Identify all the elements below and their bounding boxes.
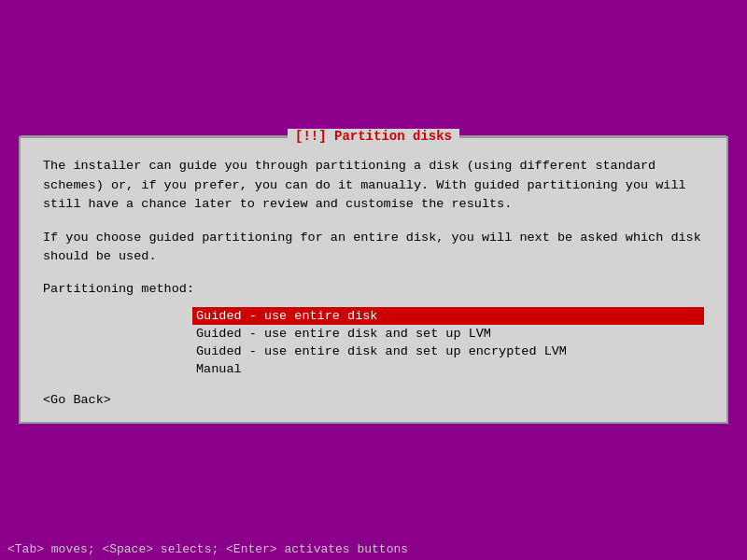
options-list: Guided - use entire disk Guided - use en… bbox=[192, 307, 704, 378]
title-line-right bbox=[459, 135, 726, 137]
dialog-title-bar: [!!] Partition disks bbox=[21, 129, 726, 144]
description-2: If you choose guided partitioning for an… bbox=[43, 229, 704, 267]
screen: [!!] Partition disks The installer can g… bbox=[0, 0, 747, 560]
dialog-content: The installer can guide you through part… bbox=[21, 138, 726, 421]
status-bar-text: <Tab> moves; <Space> selects; <Enter> ac… bbox=[7, 542, 408, 556]
partitioning-label: Partitioning method: bbox=[43, 282, 704, 296]
dialog-title: [!!] Partition disks bbox=[288, 129, 459, 144]
option-guided-encrypted-lvm[interactable]: Guided - use entire disk and set up encr… bbox=[192, 343, 704, 360]
go-back-button[interactable]: <Go Back> bbox=[43, 393, 704, 407]
title-line-left bbox=[21, 135, 288, 137]
dialog: [!!] Partition disks The installer can g… bbox=[19, 136, 728, 423]
option-guided-entire-disk[interactable]: Guided - use entire disk bbox=[192, 307, 704, 325]
option-manual[interactable]: Manual bbox=[192, 360, 704, 378]
description-1: The installer can guide you through part… bbox=[43, 157, 704, 214]
option-guided-lvm[interactable]: Guided - use entire disk and set up LVM bbox=[192, 325, 704, 343]
status-bar: <Tab> moves; <Space> selects; <Enter> ac… bbox=[0, 539, 747, 560]
